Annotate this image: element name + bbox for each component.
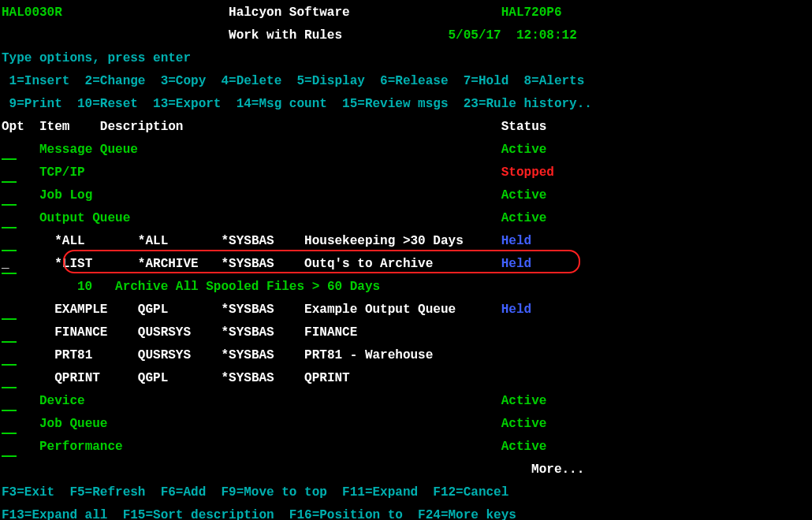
detail-col3: *SYSBAS [221, 257, 304, 271]
opt-input[interactable] [2, 164, 17, 183]
col-opt: Opt [2, 120, 39, 134]
opt-input[interactable] [2, 301, 17, 320]
group-status: Active [501, 188, 547, 202]
detail-col2: *ALL [138, 234, 222, 248]
group-row: Message Queue Active [2, 139, 810, 162]
function-keys[interactable]: F3=Exit F5=Refresh F6=Add F9=Move to top… [2, 485, 508, 500]
more-indicator: More... [531, 462, 584, 477]
screen-title: Work with Rules [229, 28, 448, 43]
detail-col4: QPRINT [304, 371, 501, 385]
group-row: Performance Active [2, 436, 810, 459]
detail-row: EXAMPLE QGPL *SYSBAS Example Output Queu… [2, 299, 810, 321]
detail-col4: PRT81 - Warehouse [304, 348, 501, 362]
program-left: HAL0030R [2, 6, 229, 20]
col-item: Item [39, 120, 100, 134]
detail-col3: *SYSBAS [221, 325, 304, 340]
function-keys-line: F3=Exit F5=Refresh F6=Add F9=Move to top… [2, 481, 810, 504]
column-headers: Opt Item Description Status [2, 116, 810, 139]
detail-col2: *ARCHIVE [138, 257, 222, 271]
option-help-line: 9=Print 10=Reset 13=Export 14=Msg count … [2, 93, 810, 116]
time: 12:08:12 [516, 28, 577, 43]
detail-col1: EXAMPLE [54, 303, 138, 317]
company-name: Halcyon Software [229, 6, 501, 20]
opt-input[interactable] [2, 438, 17, 457]
header-line-2: Work with Rules 5/05/17 12:08:12 [2, 24, 810, 47]
opt-input[interactable] [2, 415, 17, 434]
group-label: Output Queue [39, 211, 501, 225]
detail-col1: FINANCE [54, 325, 138, 340]
detail-col4: FINANCE [304, 325, 501, 340]
group-row: Job Log Active [2, 184, 810, 207]
detail-col4: Outq's to Archive [304, 257, 501, 271]
subrule-text: Archive All Spooled Files > 60 Days [115, 280, 380, 294]
opt-input[interactable] [2, 370, 17, 388]
group-status: Active [501, 143, 547, 157]
detail-status: Held [501, 303, 531, 317]
group-status: Active [501, 440, 547, 454]
function-keys-line: F13=Expand all F15=Sort description F16=… [2, 504, 810, 520]
detail-row: PRT81 QUSRSYS *SYSBAS PRT81 - Warehouse [2, 344, 810, 367]
detail-col4: Example Output Queue [304, 303, 501, 317]
group-status: Active [501, 394, 547, 408]
group-label: Performance [39, 440, 501, 454]
opt-input[interactable] [2, 324, 17, 343]
col-desc: Description [100, 120, 501, 134]
group-status: Active [501, 417, 547, 431]
group-row: Job Queue Active [2, 413, 810, 436]
group-label: Job Queue [39, 417, 501, 431]
group-status: Active [501, 211, 547, 225]
subrule-seq: 10 [77, 280, 115, 294]
detail-col1: *LIST [54, 257, 138, 271]
group-label: Device [39, 394, 501, 408]
header-line-1: HAL0030R Halcyon Software HAL720P6 [2, 2, 810, 24]
detail-row: QPRINT QGPL *SYSBAS QPRINT [2, 367, 810, 390]
detail-col1: QPRINT [54, 371, 138, 385]
detail-col3: *SYSBAS [221, 234, 304, 248]
detail-status: Held [501, 234, 531, 248]
detail-row: FINANCE QUSRSYS *SYSBAS FINANCE [2, 321, 810, 344]
detail-col1: PRT81 [54, 348, 138, 362]
group-row: Output Queue Active [2, 207, 810, 230]
detail-col2: QGPL [138, 303, 222, 317]
detail-col3: *SYSBAS [221, 371, 304, 385]
opt-input[interactable] [2, 210, 17, 228]
group-row: Device Active [2, 390, 810, 413]
opt-input[interactable] [2, 187, 17, 206]
detail-row: _ *LIST *ARCHIVE *SYSBAS Outq's to Archi… [2, 253, 810, 276]
opt-input[interactable] [2, 347, 17, 366]
group-row: TCP/IP Stopped [2, 162, 810, 184]
program-right: HAL720P6 [501, 6, 562, 20]
detail-col3: *SYSBAS [221, 348, 304, 362]
opt-input[interactable]: _ [2, 255, 17, 274]
detail-col2: QGPL [138, 371, 222, 385]
detail-status: Held [501, 257, 531, 271]
more-indicator-row: More... [2, 459, 810, 481]
group-status: Stopped [501, 165, 554, 180]
opt-input[interactable] [2, 141, 17, 160]
option-help-line: 1=Insert 2=Change 3=Copy 4=Delete 5=Disp… [2, 70, 810, 93]
opt-input[interactable] [2, 392, 17, 411]
opt-input[interactable] [2, 232, 17, 251]
detail-col1: *ALL [54, 234, 138, 248]
group-label: Message Queue [39, 143, 501, 157]
group-label: TCP/IP [39, 165, 501, 180]
group-label: Job Log [39, 188, 501, 202]
col-status: Status [501, 120, 547, 134]
instruction-text: Type options, press enter [2, 51, 191, 65]
detail-col2: QUSRSYS [138, 325, 222, 340]
detail-row: *ALL *ALL *SYSBAS Housekeeping >30 Days … [2, 230, 810, 253]
detail-col3: *SYSBAS [221, 303, 304, 317]
date: 5/05/17 [449, 28, 516, 43]
subrule-row: 10 Archive All Spooled Files > 60 Days [2, 276, 810, 299]
detail-col4: Housekeeping >30 Days [304, 234, 501, 248]
detail-col2: QUSRSYS [138, 348, 222, 362]
function-keys[interactable]: F13=Expand all F15=Sort description F16=… [2, 508, 516, 520]
instruction-line: Type options, press enter [2, 47, 810, 70]
